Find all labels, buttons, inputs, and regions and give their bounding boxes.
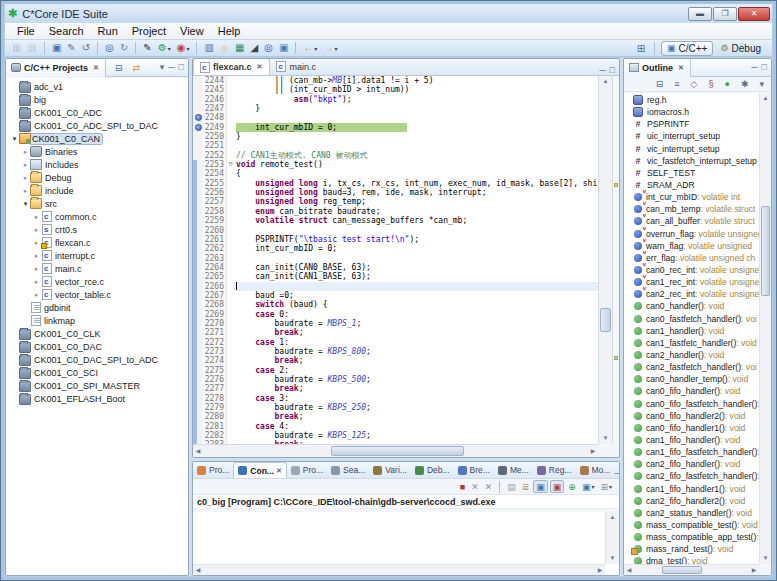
code-line[interactable]: 2273 baudrate = KBPS_800;	[193, 347, 598, 356]
outline-item[interactable]: can0_fifo_fastfetch_handler() :	[624, 398, 759, 410]
annotation-ruler[interactable]	[193, 188, 202, 197]
menu-help[interactable]: Help	[211, 24, 248, 38]
lightbulb-icon[interactable]: ☼	[218, 41, 231, 55]
show-stderr-icon[interactable]: ▣	[550, 480, 565, 493]
scroll-right-icon[interactable]: ▶	[595, 565, 605, 576]
code-line[interactable]: 2269 case 0:	[193, 310, 598, 319]
code-line[interactable]: 2254{	[193, 169, 598, 178]
code-text[interactable]: case 0:	[234, 310, 598, 319]
tab-progress[interactable]: Pro...	[287, 462, 327, 478]
editor-horizontal-scrollbar[interactable]: ◀ ▶	[193, 444, 598, 457]
code-line[interactable]: 2258 enum can_bitrate baudrate;	[193, 207, 598, 216]
code-line[interactable]: 2250}	[193, 132, 598, 141]
external-tools-icon[interactable]: ⚙▾	[156, 41, 173, 55]
dropdown-arrow-icon[interactable]: ▾	[186, 45, 189, 52]
minimize-icon[interactable]: ─	[751, 63, 757, 72]
folding-ruler[interactable]	[226, 403, 234, 412]
code-text[interactable]	[234, 226, 598, 235]
build-icon[interactable]: ▦	[233, 41, 246, 55]
code-line[interactable]: 2247 }	[193, 104, 598, 113]
tab-cpp-projects[interactable]: C/C++ Projects ✕	[6, 59, 106, 77]
annotation-ruler[interactable]	[193, 113, 202, 122]
folding-ruler[interactable]	[226, 235, 234, 244]
annotation-ruler[interactable]	[193, 347, 202, 356]
code-text[interactable]: int_cur_mbID = 0;	[234, 123, 598, 132]
code-text[interactable]: baudrate = KBPS_500;	[234, 375, 598, 384]
annotation-ruler[interactable]	[193, 422, 202, 431]
view-menu-icon[interactable]: ▾	[757, 77, 766, 91]
code-text[interactable]	[234, 113, 598, 122]
menu-run[interactable]: Run	[91, 24, 125, 38]
folding-ruler[interactable]	[226, 431, 234, 440]
run-icon[interactable]: ◉▾	[175, 41, 192, 55]
new-window-icon[interactable]: ▣	[50, 41, 63, 55]
collapse-all-icon[interactable]: ⊟	[113, 61, 125, 75]
code-line[interactable]: 2246 asm("bkpt");	[193, 95, 598, 104]
code-line[interactable]: 2255 unsigned long i, tx_cs, rx_cs, int_…	[193, 179, 598, 188]
tree-item[interactable]: CK001_C0_DAC_SPI_to_ADC	[6, 353, 188, 366]
pencil-icon[interactable]: ✎	[65, 41, 77, 55]
tree-item[interactable]: adc_v1	[6, 80, 188, 93]
folding-ruler[interactable]	[226, 412, 234, 421]
annotation-ruler[interactable]	[193, 151, 202, 160]
outline-item[interactable]: can0_fifo_handler() : void	[624, 385, 759, 397]
code-line[interactable]: 2274 break;	[193, 356, 598, 365]
tree-item[interactable]: CK001_C0_DAC	[6, 340, 188, 353]
display-console-icon[interactable]: ▣▾	[580, 480, 597, 493]
folding-ruler[interactable]	[226, 151, 234, 160]
folding-ruler[interactable]	[226, 207, 234, 216]
sort-icon[interactable]: ≡	[672, 77, 681, 91]
outline-item[interactable]: can2_handler() : void	[624, 349, 759, 361]
code-text[interactable]: unsigned long baud=3, rem, ide, mask, in…	[234, 188, 598, 197]
folding-ruler[interactable]	[226, 375, 234, 384]
code-line[interactable]: 2263	[193, 254, 598, 263]
outline-horizontal-scrollbar[interactable]: ◀ ▶	[624, 564, 759, 575]
overview-ruler[interactable]	[612, 76, 619, 444]
position-marker[interactable]	[614, 356, 618, 360]
code-text[interactable]: break;	[234, 412, 598, 421]
code-text[interactable]: break;	[234, 356, 598, 365]
tree-item[interactable]: linkmap	[6, 314, 188, 327]
copy-icon[interactable]: ▤	[505, 480, 518, 493]
code-line[interactable]: 2275 case 2:	[193, 366, 598, 375]
code-text[interactable]: case 4:	[234, 422, 598, 431]
code-line[interactable]: 2253⊖void remote_test()	[193, 160, 598, 169]
outline-item[interactable]: #SELF_TEST	[624, 167, 759, 179]
tab-registers[interactable]: Reg...	[533, 462, 576, 478]
code-line[interactable]: 2249 int_cur_mbID = 0;	[193, 123, 598, 132]
code-line[interactable]: 2278 case 3:	[193, 394, 598, 403]
outline-item[interactable]: can1_fifo_handler() : void	[624, 434, 759, 446]
menu-file[interactable]: File	[10, 24, 42, 38]
folding-ruler[interactable]	[226, 282, 234, 291]
menu-search[interactable]: Search	[42, 24, 91, 38]
close-icon[interactable]: ✕	[678, 64, 684, 72]
tree-item[interactable]: ▸cvector_table.c	[6, 288, 188, 301]
annotation-ruler[interactable]	[193, 76, 202, 85]
outline-item[interactable]: #vic_fastfetch_interrupt_setup	[624, 155, 759, 167]
folding-ruler[interactable]	[226, 141, 234, 150]
code-text[interactable]: break;	[234, 384, 598, 393]
tab-problems[interactable]: Pro...	[193, 462, 233, 478]
console-horizontal-scrollbar[interactable]: ◀ ▶	[193, 564, 605, 575]
folding-ruler[interactable]	[226, 291, 234, 300]
tab-console[interactable]: Con...✕	[233, 462, 286, 478]
tree-item[interactable]: ▸ccommon.c	[6, 210, 188, 223]
code-line[interactable]: 2244 || (can_mb->MB[i].data1 != i + 5)	[193, 76, 598, 85]
code-text[interactable]: can_init(CAN0_BASE, 63);	[234, 263, 598, 272]
scroll-down-icon[interactable]: ▼	[760, 553, 771, 564]
outline-item[interactable]: dma_test() : void	[624, 555, 759, 564]
expander-icon[interactable]: ▸	[32, 278, 41, 286]
title-bar[interactable]: ✱ C*Core IDE Suite ▬ ❐ ✕	[5, 4, 772, 23]
annotation-ruler[interactable]	[193, 254, 202, 263]
folding-ruler[interactable]	[226, 169, 234, 178]
code-line[interactable]: 2257 unsigned long reg_temp;	[193, 197, 598, 206]
folding-ruler[interactable]	[226, 76, 234, 85]
outline-item[interactable]: can1_fifo_handler1() : void	[624, 483, 759, 495]
code-text[interactable]: break;	[234, 328, 598, 337]
outline-item[interactable]: #PSPRINTF	[624, 118, 759, 130]
code-line[interactable]: 2252// CAN1主动模式. CAN0 被动模式	[193, 151, 598, 160]
folding-ruler[interactable]	[226, 422, 234, 431]
tab-debug[interactable]: Deb...	[411, 462, 454, 478]
code-text[interactable]	[234, 282, 598, 291]
tab-outline[interactable]: Outline ✕	[624, 59, 691, 77]
